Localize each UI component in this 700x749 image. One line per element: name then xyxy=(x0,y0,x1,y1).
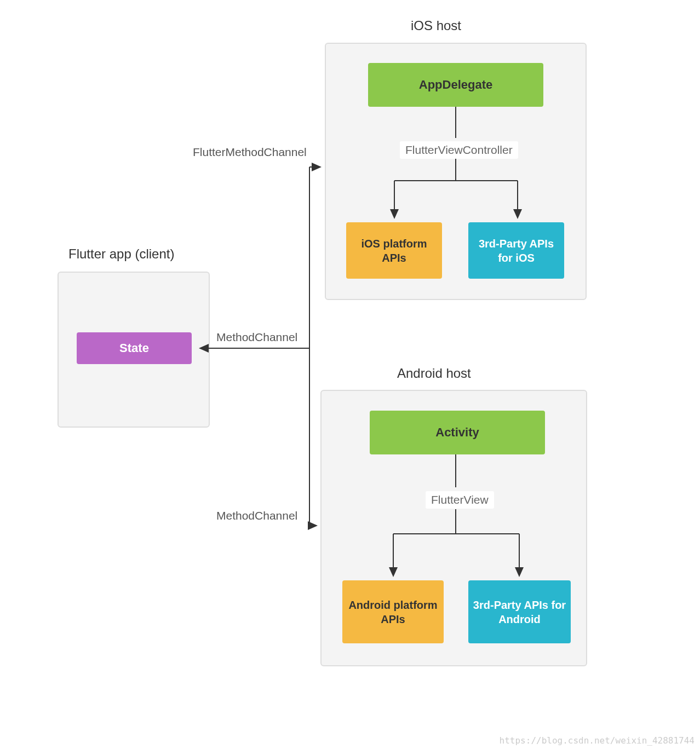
watermark: https://blog.csdn.net/weixin_42881744 xyxy=(500,735,695,746)
methodchannel-label-1: MethodChannel xyxy=(216,331,297,344)
ios-flutterviewcontroller-label: FlutterViewController xyxy=(400,141,518,159)
client-title: Flutter app (client) xyxy=(68,246,174,262)
android-flutterview-label: FlutterView xyxy=(426,491,494,509)
android-title: Android host xyxy=(397,366,471,381)
ios-thirdparty-apis: 3rd-Party APIs for iOS xyxy=(468,222,564,279)
android-activity: Activity xyxy=(370,411,545,454)
ios-title: iOS host xyxy=(411,18,461,33)
fluttermethodchannel-label: FlutterMethodChannel xyxy=(193,146,307,159)
ios-platform-apis: iOS platform APIs xyxy=(346,222,442,279)
methodchannel-label-2: MethodChannel xyxy=(216,509,297,522)
architecture-diagram: Flutter app (client) State iOS host AppD… xyxy=(0,0,700,749)
state-box: State xyxy=(77,332,192,364)
android-thirdparty-apis: 3rd-Party APIs for Android xyxy=(468,580,571,643)
android-platform-apis: Android platform APIs xyxy=(342,580,444,643)
ios-appdelegate: AppDelegate xyxy=(368,63,543,107)
